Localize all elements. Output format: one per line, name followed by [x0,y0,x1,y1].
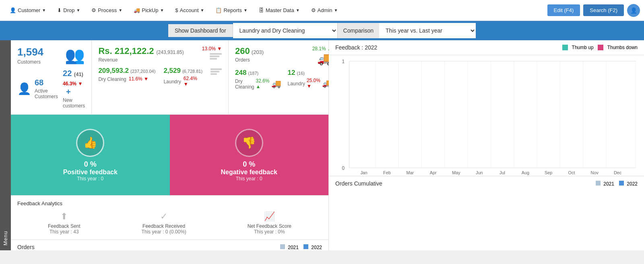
left-panel: 1,594 Customers 👥 👤 68 Active Customers [11,40,329,250]
negative-year: This year : 0 [236,176,262,182]
revenue-data: Rs. 212,122.2 (243,931.85) Revenue [98,46,184,63]
svg-text:1: 1 [342,59,345,64]
revenue-laundry-label: Laundry [163,79,181,85]
feedback-chart-title: Feedback : 2022 [335,44,377,51]
revenue-bar-chart-icon [210,53,222,60]
cumulative-legend: 2021 2022 [596,181,638,187]
thumbs-up-circle: 👍 [76,129,104,157]
feedback-sent-icon: ⬆ [48,211,80,222]
comparison-button[interactable]: Comparison [338,23,379,38]
user-avatar-button[interactable]: 👤 [627,4,640,17]
nav-pickup[interactable]: 🚚 PickUp ▼ [128,0,169,21]
nav-reports-arrow: ▼ [244,8,248,12]
orders-bottom-title: Orders [17,244,35,250]
nav-admin[interactable]: ⚙ Admin ▼ [305,0,344,21]
account-icon: $ [175,7,178,13]
orders-main: 260 (203) Orders 28.1% ▲ 🚚 [235,46,332,66]
orders-laundry-sub: (16) [297,71,305,76]
revenue-dc-label: Dry Cleaning [98,76,126,82]
cumulative-2021-dot: 2021 [596,181,614,187]
svg-text:May: May [452,170,460,175]
reports-icon: 📋 [215,7,222,13]
orders-total-sub: (203) [252,49,264,55]
drop-icon: ⬇ [57,7,62,13]
nav-masterdata[interactable]: 🗄 Master Data ▼ [253,0,305,21]
negative-label: Negative feedback [221,169,277,176]
orders-cumulative-header: Orders Cumulative 2021 2022 [329,176,644,191]
thumb-up-legend-dot [562,45,568,50]
nav-drop[interactable]: ⬇ Drop ▼ [52,0,86,21]
positive-feedback-panel: 👍 0 % Positive feedback This year : 0 [11,115,170,195]
svg-text:Sep: Sep [545,170,552,175]
feedback-sent-value: This year : 43 [48,229,80,235]
cumulative-2022-label: 2022 [627,181,638,187]
comparison-select[interactable]: This year vs. Last year This month vs. L… [379,23,476,38]
nav-process[interactable]: ⚙ Process ▼ [86,0,128,21]
feedback-chart-svg: 1 0 Jan Feb Mar Apr May Jun Jul Aug Sep … [335,55,638,176]
orders-data: 260 (203) Orders [235,46,264,63]
service-select[interactable]: Laundry and Dry Cleaning Laundry Dry Cle… [233,23,338,38]
revenue-amount: Rs. 212,122.2 [98,46,154,56]
total-customers-number: 1,594 [17,46,43,58]
new-customers-sub: (41) [74,71,83,77]
top-stats-row: 1,594 Customers 👥 👤 68 Active Customers [11,40,328,115]
orders-label: Orders [235,57,264,63]
new-customers-label: New customers [63,97,85,109]
revenue-pct: 13.0% ▼ [202,46,222,52]
revenue-label: Revenue [98,57,184,63]
search-button[interactable]: Search (F2) [583,4,624,16]
svg-text:Jun: Jun [476,170,483,175]
menu-tab[interactable]: Menu [0,40,11,250]
thumbs-down-legend-label: Thumbs down [607,45,638,50]
nav-account[interactable]: $ Account ▼ [169,0,210,21]
feedback-analytics-title: Feedback Analytics [17,200,322,206]
active-customers-icon: 👤 [17,82,31,95]
svg-text:Feb: Feb [383,170,391,175]
edit-button[interactable]: Edit (F4) [547,4,580,16]
svg-text:Apr: Apr [430,170,437,175]
feedback-received-item: ✓ Feedback Received This year : 0 (0.00%… [141,211,186,235]
svg-text:Dec: Dec [614,170,622,175]
orders-laundry-label: Laundry [288,81,305,87]
orders-cumulative-title: Orders Cumulative [335,180,382,187]
main-area: Menu 1,594 Customers 👥 👤 [0,40,644,250]
net-feedback-icon: 📈 [248,211,291,222]
right-panel: Feedback : 2022 Thumb up Thumbs down 1 0… [329,40,644,250]
svg-text:0: 0 [342,165,345,171]
active-customers-label: Active Customers [35,88,58,99]
positive-pct: 0 % [84,160,97,169]
show-dashboard-label: Show Dashboard for [168,24,233,37]
thumb-up-legend-label: Thumb up [572,45,594,50]
process-icon: ⚙ [91,7,96,13]
orders-laundry-pct: 25.0% ▼ [307,78,320,89]
orders-sub-row: 248 (187) Dry Cleaning 32.6% ▲ 🚚 12 (16) [235,69,332,90]
pickup-icon: 🚚 [134,7,140,13]
cumulative-2022-dot: 2022 [619,181,638,187]
customers-section: 1,594 Customers 👥 👤 68 Active Customers [11,40,92,114]
svg-text:Aug: Aug [522,170,529,175]
nav-pickup-arrow: ▼ [160,8,164,12]
nav-customer[interactable]: 👤 Customer ▼ [4,0,52,21]
nav-reports[interactable]: 📋 Reports ▼ [210,0,253,21]
net-feedback-label: Net Feedback Score [248,223,291,229]
feedback-chart-header: Feedback : 2022 Thumb up Thumbs down [329,40,644,55]
revenue-laundry-amount: 2,529 [163,67,181,75]
customer-icon: 👤 [10,7,16,13]
legend-2021-dot: 2021 [280,244,299,250]
thumbs-down-circle: 👎 [235,129,263,157]
feedback-chart-legend: Thumb up Thumbs down [562,45,638,50]
orders-laundry-number: 12 [288,69,295,77]
svg-text:Jul: Jul [500,170,505,175]
add-customer-button[interactable]: + [66,87,71,96]
orders-dry-cleaning: 248 (187) Dry Cleaning 32.6% ▲ 🚚 [235,69,281,90]
feedback-sent-label: Feedback Sent [48,223,80,229]
revenue-dc-amount: 209,593.2 [98,67,129,75]
active-customers-block: 👤 68 Active Customers [17,78,58,99]
revenue-comparison: (243,931.85) [157,50,184,55]
dashboard-bar: Show Dashboard for Laundry and Dry Clean… [0,21,644,40]
nav-process-arrow: ▼ [118,8,122,12]
feedback-panels: 👍 0 % Positive feedback This year : 0 👎 … [11,115,328,195]
feedback-received-icon: ✓ [141,211,186,222]
nav-customer-arrow: ▼ [42,8,46,12]
revenue-sub-bar-icon [211,68,222,75]
